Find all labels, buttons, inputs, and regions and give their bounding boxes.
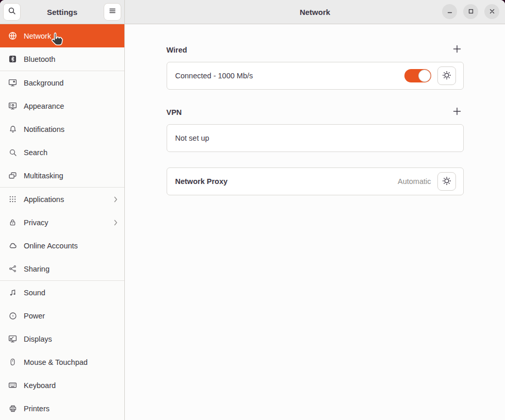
network-proxy-label: Network Proxy	[175, 177, 228, 186]
sidebar-item-label: Network	[24, 32, 51, 40]
sidebar-item-label: Bluetooth	[24, 55, 55, 63]
wired-toggle[interactable]	[404, 69, 431, 82]
sidebar-item-label: Notifications	[24, 125, 64, 133]
sidebar-app-title: Settings	[47, 8, 77, 16]
search-icon	[8, 7, 16, 17]
applications-grid-icon	[8, 195, 17, 204]
sidebar: Settings Network Bluetooth	[0, 0, 125, 420]
minimize-button[interactable]	[442, 4, 457, 19]
chevron-right-icon	[113, 219, 118, 226]
sidebar-item-label: Online Accounts	[24, 242, 78, 250]
maximize-button[interactable]	[463, 4, 478, 19]
sidebar-item-network[interactable]: Network	[0, 24, 124, 47]
sidebar-item-mouse-touchpad[interactable]: Mouse & Touchpad	[0, 350, 124, 374]
plus-icon	[453, 45, 461, 55]
proxy-settings-button[interactable]	[437, 172, 456, 191]
sidebar-item-label: Appearance	[24, 102, 64, 110]
chevron-right-icon	[113, 196, 118, 203]
sidebar-item-keyboard[interactable]: Keyboard	[0, 374, 124, 397]
share-nodes-icon	[8, 264, 17, 273]
wired-section: Wired Connected - 1000 Mb/s	[167, 46, 464, 90]
power-bolt-icon	[8, 311, 17, 320]
sidebar-item-label: Multitasking	[24, 172, 63, 180]
gear-icon	[442, 176, 451, 187]
sidebar-item-applications[interactable]: Applications	[0, 188, 124, 211]
wired-card: Connected - 1000 Mb/s	[167, 62, 464, 90]
multitasking-windows-icon	[8, 171, 17, 180]
search-icon	[8, 148, 17, 157]
sidebar-item-label: Sharing	[24, 265, 50, 273]
vpn-status-row: Not set up	[167, 125, 463, 152]
notifications-bell-icon	[8, 125, 17, 133]
sidebar-item-displays[interactable]: Displays	[0, 327, 124, 350]
printer-icon	[8, 404, 17, 413]
sidebar-item-sound[interactable]: Sound	[0, 281, 124, 304]
sidebar-item-printers[interactable]: Printers	[0, 397, 124, 420]
close-icon	[489, 7, 495, 16]
keyboard-icon	[8, 381, 17, 390]
sidebar-item-sharing[interactable]: Sharing	[0, 257, 124, 280]
sidebar-item-label: Search	[24, 148, 47, 157]
sidebar-item-label: Background	[24, 79, 63, 87]
sidebar-item-appearance[interactable]: Appearance	[0, 94, 124, 117]
sidebar-item-label: Mouse & Touchpad	[24, 358, 88, 366]
settings-window: Settings Network Bluetooth	[0, 0, 505, 420]
minimize-icon	[447, 7, 453, 16]
main-titlebar: Network	[125, 0, 505, 24]
sidebar-item-label: Power	[24, 312, 45, 320]
appearance-icon	[8, 102, 17, 110]
primary-menu-button[interactable]	[104, 3, 121, 21]
background-icon	[8, 78, 17, 87]
sidebar-item-label: Applications	[24, 195, 64, 204]
maximize-icon	[468, 7, 474, 16]
sidebar-item-privacy[interactable]: Privacy	[0, 211, 124, 234]
sidebar-item-bluetooth[interactable]: Bluetooth	[0, 47, 124, 71]
network-globe-icon	[8, 31, 17, 40]
music-note-icon	[8, 288, 17, 297]
bluetooth-icon	[8, 55, 17, 63]
display-icon	[8, 334, 17, 343]
sidebar-list: Network Bluetooth Background Appeara	[0, 24, 124, 420]
vpn-section: VPN Not set up	[167, 108, 464, 152]
vpn-section-title: VPN	[167, 108, 182, 116]
page-title: Network	[300, 8, 330, 16]
sidebar-item-notifications[interactable]: Notifications	[0, 117, 124, 141]
search-button[interactable]	[3, 3, 21, 21]
plus-icon	[453, 107, 461, 117]
vpn-status-label: Not set up	[175, 134, 209, 142]
proxy-mode-value: Automatic	[398, 177, 431, 186]
wired-settings-button[interactable]	[437, 66, 456, 85]
mouse-icon	[8, 358, 17, 366]
sidebar-item-label: Displays	[24, 335, 52, 343]
sidebar-item-power[interactable]: Power	[0, 304, 124, 327]
sidebar-item-online-accounts[interactable]: Online Accounts	[0, 234, 124, 257]
toggle-knob	[418, 70, 431, 82]
wired-connection-row[interactable]: Connected - 1000 Mb/s	[167, 62, 463, 89]
network-proxy-card: Network Proxy Automatic	[167, 167, 464, 195]
window-controls	[442, 4, 499, 19]
sidebar-headerbar: Settings	[0, 0, 124, 24]
vpn-card: Not set up	[167, 124, 464, 152]
sidebar-item-search[interactable]: Search	[0, 141, 124, 164]
sidebar-item-label: Privacy	[24, 219, 48, 227]
gear-icon	[442, 71, 451, 81]
privacy-lock-icon	[8, 218, 17, 227]
main-panel: Network	[125, 0, 505, 420]
add-wired-connection-button[interactable]	[450, 44, 464, 56]
sidebar-item-label: Printers	[24, 405, 50, 413]
wired-status-label: Connected - 1000 Mb/s	[175, 72, 253, 80]
wired-section-title: Wired	[167, 46, 187, 54]
add-vpn-button[interactable]	[450, 107, 464, 118]
hamburger-menu-icon	[108, 7, 117, 17]
sidebar-item-multitasking[interactable]: Multitasking	[0, 164, 124, 187]
sidebar-item-label: Sound	[24, 289, 45, 297]
close-button[interactable]	[484, 4, 499, 19]
sidebar-item-background[interactable]: Background	[0, 71, 124, 94]
network-proxy-row[interactable]: Network Proxy Automatic	[167, 168, 463, 195]
cloud-icon	[8, 241, 17, 250]
network-panel-content: Wired Connected - 1000 Mb/s	[125, 24, 505, 420]
sidebar-item-label: Keyboard	[24, 381, 56, 390]
